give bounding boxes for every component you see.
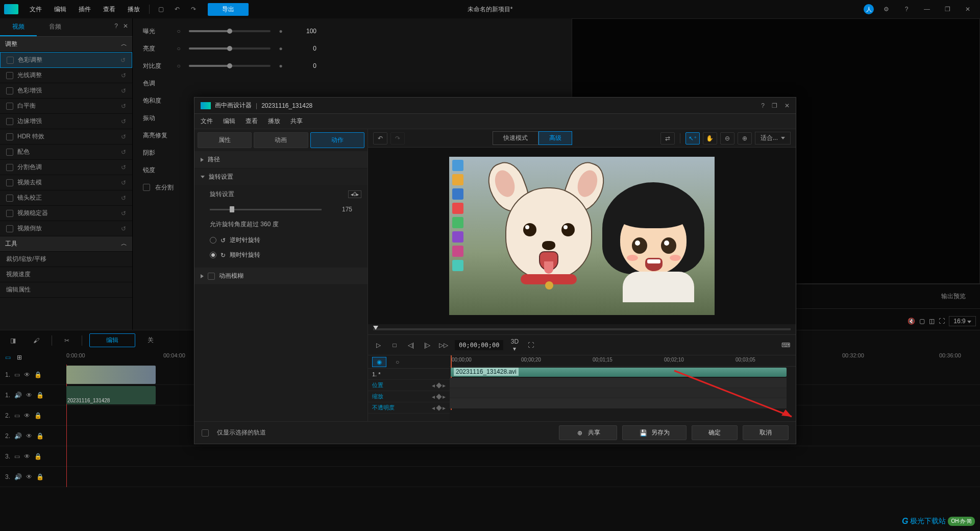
flip-horizontal-icon[interactable]: ⇄ — [660, 132, 675, 144]
maximize-icon[interactable]: ❐ — [941, 3, 953, 15]
dlg-menu-play[interactable]: 播放 — [268, 117, 280, 126]
quick-mode-button[interactable]: 快速模式 — [493, 131, 538, 145]
dialog-help-icon[interactable]: ? — [761, 102, 765, 109]
adjust-item[interactable]: 视频倒放↺ — [0, 221, 132, 236]
save-as-button[interactable]: 💾另存为 — [622, 425, 687, 440]
kf-view-active-icon[interactable]: ◉ — [372, 357, 386, 367]
adjust-item[interactable]: 视频去模↺ — [0, 175, 132, 190]
menu-view[interactable]: 查看 — [97, 5, 121, 14]
dlg-scrub-bar[interactable] — [373, 324, 791, 334]
close-icon[interactable]: ✕ — [962, 3, 974, 15]
menu-play[interactable]: 播放 — [121, 5, 146, 14]
adjust-item[interactable]: 色彩增强↺ — [0, 83, 132, 99]
visibility-icon[interactable]: 👁 — [24, 371, 30, 378]
dlg-menu-share[interactable]: 共享 — [290, 117, 303, 126]
adjust-item[interactable]: 白平衡↺ — [0, 99, 132, 114]
tool-item[interactable]: 裁切/缩放/平移 — [0, 252, 132, 267]
reset-icon[interactable]: ↺ — [121, 210, 126, 217]
reset-icon[interactable]: ↺ — [121, 103, 126, 110]
rotate-slider[interactable] — [210, 209, 322, 210]
tl-close-label[interactable]: 关 — [142, 334, 159, 347]
visibility-icon[interactable]: 👁 — [26, 392, 32, 399]
lock-icon[interactable]: 🔒 — [34, 412, 42, 419]
visibility-icon[interactable]: 👁 — [26, 432, 32, 440]
undo-icon[interactable]: ↶ — [171, 3, 183, 15]
dlg-track-opacity[interactable]: 不透明度 — [368, 404, 399, 412]
aspect-ratio-dropdown[interactable]: 16:9 — [949, 316, 976, 326]
dialog-close-icon[interactable]: ✕ — [785, 102, 790, 109]
reset-icon[interactable]: ↺ — [121, 133, 126, 140]
redo-icon[interactable]: ↷ — [187, 3, 200, 15]
tl-cut-icon[interactable]: ✂ — [59, 335, 75, 346]
play-icon[interactable]: ▷ — [373, 342, 383, 349]
adjust-item[interactable]: 色彩调整↺ — [0, 52, 132, 68]
adjust-item[interactable]: 配色↺ — [0, 144, 132, 160]
dlg-tab-action[interactable]: 动作 — [310, 132, 364, 148]
ok-button[interactable]: 确定 — [692, 425, 738, 440]
tl-view-mode-2-icon[interactable]: ⊞ — [17, 354, 22, 361]
snapshot-icon[interactable]: ▢ — [919, 318, 925, 325]
help-icon[interactable]: ? — [900, 3, 913, 15]
reset-icon[interactable]: ↺ — [121, 87, 126, 94]
visibility-icon[interactable]: 👁 — [26, 473, 32, 480]
reset-icon[interactable]: ↺ — [121, 72, 126, 79]
select-tool-icon[interactable]: ↖⁺ — [685, 132, 700, 144]
dlg-tab-animation[interactable]: 动画 — [254, 132, 308, 148]
tab-video[interactable]: 视频 — [0, 18, 37, 36]
reset-icon[interactable]: ↺ — [121, 164, 126, 171]
reset-icon[interactable]: ↺ — [121, 195, 126, 202]
reset-icon[interactable]: ↺ — [120, 57, 126, 64]
ccw-radio[interactable]: ↺ 逆时针旋转 — [194, 233, 368, 248]
tl-edit-button[interactable]: 编辑 — [89, 333, 135, 347]
prop-slider[interactable] — [189, 47, 271, 50]
fullscreen-icon[interactable]: ⛶ — [939, 318, 945, 325]
dlg-undo-icon[interactable]: ↶ — [373, 132, 387, 144]
stop-icon[interactable]: □ — [389, 342, 400, 349]
prop-slider[interactable] — [189, 65, 271, 67]
adjust-item[interactable]: 分割色调↺ — [0, 160, 132, 175]
prop-slider[interactable] — [189, 30, 271, 32]
tl-tool-1-icon[interactable]: ◨ — [5, 335, 21, 346]
user-avatar-icon[interactable]: 人 — [864, 4, 874, 14]
lock-icon[interactable]: 🔒 — [34, 371, 42, 378]
lock-icon[interactable]: 🔒 — [36, 392, 44, 399]
fast-forward-icon[interactable]: ▷▷ — [438, 342, 449, 349]
dlg-section-path[interactable]: 路径 — [194, 151, 368, 168]
visibility-icon[interactable]: 👁 — [24, 412, 30, 419]
export-button[interactable]: 导出 — [208, 3, 249, 16]
kf-view-alt-icon[interactable]: ○ — [396, 358, 399, 366]
menu-edit[interactable]: 编辑 — [48, 5, 72, 14]
adjust-item[interactable]: 镜头校正↺ — [0, 190, 132, 206]
audio-clip[interactable]: 20231116_131428 — [66, 386, 156, 404]
settings-icon[interactable]: ⚙ — [880, 3, 892, 15]
mute-icon[interactable]: 🔇 — [908, 318, 915, 325]
tools-section-header[interactable]: 工具 ︿ — [0, 236, 132, 252]
dlg-time-ruler[interactable]: 00;00;00 00;00;20 00;01;15 00;02;10 00;0… — [450, 355, 796, 367]
hand-tool-icon[interactable]: ✋ — [703, 132, 717, 144]
dlg-menu-edit[interactable]: 编辑 — [223, 117, 235, 126]
dual-view-icon[interactable]: ◫ — [929, 318, 935, 325]
cw-radio[interactable]: ↻ 顺时针旋转 — [194, 248, 368, 262]
dlg-section-blur[interactable]: 动画模糊 — [194, 268, 368, 285]
tool-item[interactable]: 视频速度 — [0, 267, 132, 282]
adjust-item[interactable]: HDR 特效↺ — [0, 129, 132, 144]
dialog-restore-icon[interactable]: ❐ — [772, 102, 777, 109]
threed-button[interactable]: 3D ▾ — [509, 338, 520, 352]
dlg-menu-file[interactable]: 文件 — [201, 117, 213, 126]
lock-icon[interactable]: 🔒 — [34, 453, 42, 460]
share-button[interactable]: ⊕共享 — [559, 425, 617, 440]
tl-brush-icon[interactable]: 🖌 — [28, 335, 44, 346]
lock-icon[interactable]: 🔒 — [36, 432, 44, 440]
panel-close-icon[interactable]: ✕ — [123, 22, 128, 32]
reset-icon[interactable]: ↺ — [121, 118, 126, 125]
dlg-tab-properties[interactable]: 属性 — [198, 132, 252, 148]
tl-view-mode-1-icon[interactable]: ▭ — [5, 354, 11, 361]
zoom-in-icon[interactable]: ⊕ — [738, 132, 752, 144]
adjust-item[interactable]: 光线调整↺ — [0, 68, 132, 83]
dlg-redo-icon[interactable]: ↷ — [390, 132, 405, 144]
reset-icon[interactable]: ↺ — [121, 149, 126, 156]
dlg-section-rotate[interactable]: 旋转设置 — [194, 168, 368, 186]
save-icon[interactable]: ▢ — [155, 3, 167, 15]
visibility-icon[interactable]: 👁 — [24, 453, 30, 460]
menu-plugin[interactable]: 插件 — [72, 5, 97, 14]
